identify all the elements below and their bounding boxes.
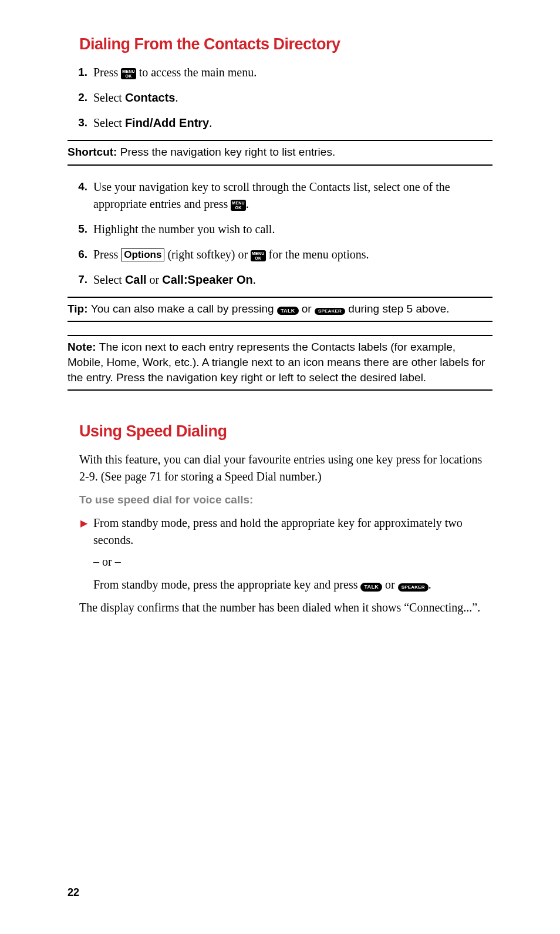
talk-key-icon: TALK xyxy=(277,307,299,315)
callout-label: Tip: xyxy=(68,303,91,315)
speaker-key-icon: SPEAKER xyxy=(398,583,429,592)
menu-item: Call:Speaker On xyxy=(162,273,253,286)
step-body: Select Find/Add Entry. xyxy=(93,115,492,132)
steps-list-2: 4. Use your navigation key to scroll thr… xyxy=(68,179,492,288)
text: or xyxy=(382,578,398,591)
talk-key-icon: TALK xyxy=(360,583,382,592)
text: Use your navigation key to scroll throug… xyxy=(93,180,450,210)
step-1: 1. Press MENUOK to access the main menu. xyxy=(68,64,492,81)
step-body: Highlight the number you wish to call. xyxy=(93,221,492,238)
step-number: 5. xyxy=(68,221,93,238)
bullet-body: From standby mode, press and hold the ap… xyxy=(93,515,492,593)
sub-heading: To use speed dial for voice calls: xyxy=(79,493,492,506)
step-number: 2. xyxy=(68,89,93,106)
speaker-key-icon: SPEAKER xyxy=(315,308,345,315)
step-number: 1. xyxy=(68,64,93,81)
step-body: Press MENUOK to access the main menu. xyxy=(93,64,492,81)
menu-item: Find/Add Entry xyxy=(125,116,209,129)
text: Select xyxy=(93,116,125,129)
options-softkey-icon: Options xyxy=(121,248,164,262)
step-3: 3. Select Find/Add Entry. xyxy=(68,115,492,132)
text: Press xyxy=(93,66,121,79)
text: . xyxy=(253,273,256,286)
manual-page: Dialing From the Contacts Directory 1. P… xyxy=(0,0,560,934)
text: during step 5 above. xyxy=(345,303,449,315)
callout-label: Note: xyxy=(68,341,99,353)
triangle-bullet-icon: ▶ xyxy=(68,515,93,593)
step-4: 4. Use your navigation key to scroll thr… xyxy=(68,179,492,213)
text: to access the main menu. xyxy=(136,66,257,79)
text: Press xyxy=(93,248,121,261)
text: or xyxy=(299,303,315,315)
or-separator: – or – xyxy=(93,553,492,570)
text: From standby mode, press the appropriate… xyxy=(93,576,492,593)
page-number: 22 xyxy=(68,886,79,899)
callout-label: Shortcut: xyxy=(68,146,120,158)
menu-ok-key-icon: MENUOK xyxy=(251,250,265,261)
step-number: 4. xyxy=(68,179,93,213)
step-6: 6. Press Options (right softkey) or MENU… xyxy=(68,246,492,263)
step-body: Press Options (right softkey) or MENUOK … xyxy=(93,246,492,263)
closing-paragraph: The display confirms that the number has… xyxy=(79,599,492,616)
step-number: 6. xyxy=(68,246,93,263)
heading-dialing-contacts: Dialing From the Contacts Directory xyxy=(79,35,492,53)
text: . xyxy=(175,91,178,104)
text: From standby mode, press the appropriate… xyxy=(93,578,360,591)
text: Select xyxy=(93,273,125,286)
menu-item: Call xyxy=(125,273,147,286)
menu-item: Contacts xyxy=(125,91,176,104)
text: or xyxy=(147,273,163,286)
step-body: Use your navigation key to scroll throug… xyxy=(93,179,492,213)
callout-text: The icon next to each entry represents t… xyxy=(68,341,485,383)
menu-ok-key-icon: MENUOK xyxy=(121,68,136,79)
step-5: 5. Highlight the number you wish to call… xyxy=(68,221,492,238)
text: (right softkey) or xyxy=(164,248,251,261)
step-2: 2. Select Contacts. xyxy=(68,89,492,106)
callout-text: Press the navigation key right to list e… xyxy=(120,146,335,158)
tip-callout: Tip: You can also make a call by pressin… xyxy=(68,297,492,322)
step-7: 7. Select Call or Call:Speaker On. xyxy=(68,271,492,288)
menu-ok-key-icon: MENUOK xyxy=(231,200,245,211)
text: . xyxy=(209,116,212,129)
steps-list-1: 1. Press MENUOK to access the main menu.… xyxy=(68,64,492,132)
intro-paragraph: With this feature, you can dial your fav… xyxy=(79,451,492,485)
step-body: Select Contacts. xyxy=(93,89,492,106)
step-body: Select Call or Call:Speaker On. xyxy=(93,271,492,288)
text: . xyxy=(246,197,249,210)
shortcut-callout: Shortcut: Press the navigation key right… xyxy=(68,140,492,166)
text: for the menu options. xyxy=(266,248,369,261)
text: You can also make a call by pressing xyxy=(91,303,277,315)
text: Select xyxy=(93,91,125,104)
text: . xyxy=(429,578,431,591)
step-number: 3. xyxy=(68,115,93,132)
bullet-list: ▶ From standby mode, press and hold the … xyxy=(68,515,492,593)
bullet-item: ▶ From standby mode, press and hold the … xyxy=(68,515,492,593)
text: From standby mode, press and hold the ap… xyxy=(93,515,492,549)
step-number: 7. xyxy=(68,271,93,288)
heading-speed-dialing: Using Speed Dialing xyxy=(79,422,492,441)
note-callout: Note: The icon next to each entry repres… xyxy=(68,335,492,391)
